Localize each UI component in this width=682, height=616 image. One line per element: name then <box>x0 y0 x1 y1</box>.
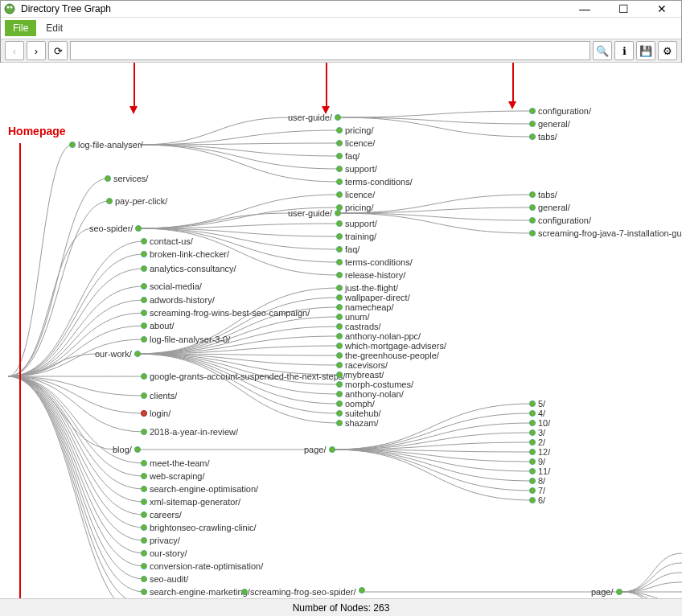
tree-node[interactable]: seo-audit/ <box>141 574 188 584</box>
tree-node[interactable]: 10/ <box>529 418 550 428</box>
node-bubble <box>336 246 343 253</box>
node-label: search-engine-marketing/ <box>150 587 250 597</box>
tree-node[interactable]: xml-sitemap-generator/ <box>141 497 240 507</box>
tree-node[interactable]: privacy/ <box>141 536 180 545</box>
tree-node[interactable]: our-work/ <box>95 349 141 359</box>
tree-node[interactable]: licence/ <box>336 138 375 148</box>
search-button[interactable]: 🔍 <box>593 41 612 60</box>
tree-node[interactable]: contact-us/ <box>141 236 193 246</box>
tree-node[interactable]: 2018-a-year-in-review/ <box>141 427 238 437</box>
forward-button[interactable]: › <box>27 41 46 60</box>
tree-node[interactable]: broken-link-checker/ <box>141 249 229 259</box>
tree-node[interactable]: search-engine-marketing/ <box>141 587 250 597</box>
tree-node[interactable]: the-greenhouse-people/ <box>336 351 439 360</box>
node-bubble <box>336 294 343 301</box>
tree-node[interactable]: meet-the-team/ <box>141 458 210 468</box>
tree-node[interactable]: log-file-analyser-3-0/ <box>141 335 230 344</box>
tree-node[interactable]: general/ <box>529 119 570 129</box>
tree-node[interactable]: services/ <box>105 174 148 183</box>
node-label: anthony-nolan-ppc/ <box>345 331 421 341</box>
tree-node[interactable]: page/ <box>591 587 622 597</box>
tree-node[interactable]: tabs/ <box>529 190 557 199</box>
tree-node[interactable]: anthony-nolan-ppc/ <box>336 331 421 341</box>
close-button[interactable]: ✕ <box>650 2 674 15</box>
tree-node[interactable]: faq/ <box>336 244 359 254</box>
address-input[interactable] <box>70 41 590 60</box>
tree-node[interactable]: 7/ <box>529 486 545 495</box>
tree-node[interactable]: seo-spider/ <box>89 224 142 233</box>
tree-node[interactable]: analytics-consultancy/ <box>141 264 236 273</box>
tree-node[interactable]: pricing/ <box>336 125 373 135</box>
tree-node[interactable]: terms-conditions/ <box>336 257 413 267</box>
tree-node[interactable]: conversion-rate-optimisation/ <box>141 561 263 571</box>
tree-node[interactable]: pay-per-click/ <box>106 196 167 206</box>
tree-node[interactable]: wallpaper-direct/ <box>336 293 410 302</box>
tree-node[interactable]: 5/ <box>529 399 545 409</box>
node-bubble <box>336 352 343 359</box>
tree-node[interactable]: blog/ <box>113 445 141 454</box>
settings-button[interactable]: ⚙ <box>658 41 677 60</box>
tree-node[interactable]: 6/ <box>529 495 545 505</box>
tree-node[interactable]: support/ <box>336 219 377 228</box>
refresh-button[interactable]: ⟳ <box>48 41 68 60</box>
tree-node[interactable]: 3/ <box>529 428 545 437</box>
minimize-button[interactable]: — <box>573 2 597 15</box>
edit-menu[interactable]: Edit <box>38 20 71 36</box>
tree-node[interactable]: 8/ <box>529 476 545 486</box>
tree-node[interactable]: suitehub/ <box>336 409 381 418</box>
tree-node[interactable]: general/ <box>529 203 570 212</box>
tree-node[interactable]: racevisors/ <box>336 360 388 370</box>
tree-node[interactable]: support/ <box>336 164 377 174</box>
file-menu[interactable]: File <box>5 20 36 36</box>
node-label: support/ <box>345 219 377 228</box>
tree-node[interactable]: 2/ <box>529 437 545 447</box>
tree-node[interactable]: anthony-nolan/ <box>336 389 404 399</box>
tree-node[interactable]: shazam/ <box>336 418 379 428</box>
tree-node[interactable]: search-engine-optimisation/ <box>141 484 258 494</box>
tree-node[interactable]: user-guide/ <box>288 208 341 218</box>
tree-node[interactable]: release-history/ <box>336 270 405 280</box>
tree-node[interactable]: 12/ <box>529 447 550 457</box>
info-button[interactable]: ℹ <box>614 41 634 60</box>
tree-node[interactable]: which-mortgage-advisers/ <box>336 341 446 351</box>
tree-node[interactable]: configuration/ <box>529 216 591 225</box>
tree-node[interactable]: unum/ <box>336 312 370 322</box>
tree-node[interactable]: mybreast/ <box>336 370 384 380</box>
tree-node[interactable]: user-guide/ <box>288 113 341 122</box>
tree-node[interactable]: log-file-analyser/ <box>69 140 143 150</box>
maximize-button[interactable]: ☐ <box>611 2 635 15</box>
tree-node[interactable]: licence/ <box>336 190 375 199</box>
tree-node[interactable]: about/ <box>141 321 175 331</box>
tree-node[interactable]: 9/ <box>529 457 545 466</box>
tree-node[interactable]: just-the-flight/ <box>336 283 398 293</box>
tree-node[interactable]: clients/ <box>141 391 177 400</box>
tree-node[interactable]: tabs/ <box>529 132 557 142</box>
tree-node[interactable]: 11/ <box>529 466 550 476</box>
tree-node[interactable]: web-scraping/ <box>141 471 204 481</box>
tree-node[interactable]: our-story/ <box>141 548 187 558</box>
tree-node[interactable]: careers/ <box>141 510 182 519</box>
tree-node[interactable]: page/ <box>304 445 335 454</box>
tree-node[interactable]: social-media/ <box>141 281 202 291</box>
back-button[interactable]: ‹ <box>5 41 24 60</box>
tree-canvas[interactable]: log-file-analyser/services/pay-per-click… <box>0 63 682 598</box>
tree-node[interactable]: google-grants-account-suspended-the-next… <box>141 372 345 381</box>
tree-node[interactable]: training/ <box>336 232 376 241</box>
tree-node[interactable]: adwords-history/ <box>141 295 215 305</box>
tree-node[interactable]: screaming-frog-wins-best-seo-campaign/ <box>141 308 310 318</box>
tree-node[interactable]: terms-conditions/ <box>336 177 413 187</box>
tree-node[interactable]: pricing/ <box>336 203 373 212</box>
node-bubble <box>529 204 536 211</box>
tree-node[interactable]: configuration/ <box>529 106 591 116</box>
tree-node[interactable]: oomph/ <box>336 399 375 409</box>
tree-node[interactable]: login/ <box>141 409 170 418</box>
tree-node[interactable]: screaming-frog-java-7-installation-guide… <box>529 228 682 238</box>
tree-node[interactable]: screaming-frog-seo-spider/ <box>241 587 355 597</box>
tree-node[interactable]: namecheap/ <box>336 302 394 312</box>
tree-node[interactable]: brightonseo-crawling-clinic/ <box>141 523 257 532</box>
tree-node[interactable]: faq/ <box>336 151 359 161</box>
save-button[interactable]: 💾 <box>636 41 655 60</box>
tree-node[interactable]: castrads/ <box>336 322 381 331</box>
tree-node[interactable]: morph-costumes/ <box>336 380 413 389</box>
tree-node[interactable]: 4/ <box>529 409 545 418</box>
